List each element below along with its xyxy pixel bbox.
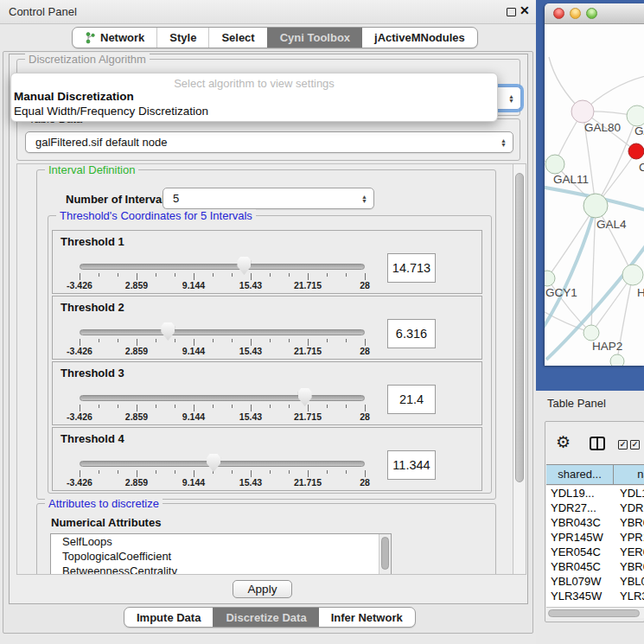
network-window-titlebar[interactable] — [545, 3, 644, 24]
slider-track[interactable] — [80, 329, 365, 335]
network-node-h-cut[interactable] — [622, 265, 643, 285]
network-canvas[interactable]: GAL80GACGAL11GAL4GCY1HHAP2 — [545, 24, 644, 366]
checkbox-checked-icon[interactable]: ✓ — [618, 440, 628, 450]
tick-mark — [251, 405, 252, 411]
table-horizontal-scrollbar[interactable] — [546, 607, 644, 618]
slider-thumb[interactable] — [161, 322, 175, 341]
tab-cyni-toolbox[interactable]: Cyni Toolbox — [267, 28, 362, 48]
tick-label: 2.859 — [125, 280, 148, 290]
float-window-icon[interactable] — [507, 8, 516, 16]
tab-jactivemnodules[interactable]: jActiveMNodules — [362, 28, 477, 48]
threshold-value-field[interactable]: 6.316 — [387, 319, 436, 348]
tick-mark — [80, 339, 80, 346]
dropdown-option-equal-width-frequency[interactable]: Equal Width/Frequency Discretization — [11, 104, 497, 118]
table-row[interactable]: YBL079WYBL0 — [546, 574, 644, 589]
checkbox-checked-icon[interactable]: ✓ — [630, 440, 640, 450]
tab-label: Select — [221, 31, 254, 44]
tab-impute-data[interactable]: Impute Data — [124, 608, 213, 627]
thresholds-group: Threshold's Coordinates for 5 Intervals … — [48, 215, 492, 494]
table-row[interactable]: YPR145WYPR1 — [546, 530, 644, 545]
network-node-gal11[interactable] — [545, 155, 564, 174]
numerical-attributes-list[interactable]: SelfLoopsTopologicalCoefficientBetweenne… — [50, 533, 392, 575]
slider-thumb[interactable] — [207, 454, 220, 472]
tick-mark — [251, 273, 252, 280]
close-traffic-light-icon[interactable] — [553, 8, 564, 19]
network-node-gcy1[interactable] — [545, 271, 555, 286]
tick-mark — [80, 470, 80, 477]
network-node-gal-cut[interactable] — [627, 105, 644, 126]
table-row[interactable]: YBR045CYBR0 — [546, 559, 644, 574]
settings-scrollbar-thumb[interactable] — [515, 173, 524, 482]
table-row[interactable]: YER054CYER0 — [546, 545, 644, 559]
slider-track[interactable] — [80, 395, 365, 401]
tab-infer-network[interactable]: Infer Network — [319, 608, 415, 627]
settings-scroll-area: Interval Definition Number of Intervals … — [16, 163, 526, 575]
table-hscrollbar-thumb[interactable] — [548, 609, 640, 617]
table-row[interactable]: YDL19...YDL1 — [546, 486, 644, 501]
threshold-panel: Threshold 2 -3.4262.8599.14415.4321.7152… — [52, 296, 482, 360]
attribute-item-betweennesscentrality[interactable]: BetweennessCentrality — [51, 564, 391, 575]
node-label-gcy1: GCY1 — [545, 286, 577, 299]
cell-shared-name: YDR27... — [546, 501, 614, 515]
attributes-scrollbar[interactable] — [379, 534, 391, 575]
tick-mark — [308, 339, 309, 346]
threshold-value-field[interactable]: 11.344 — [387, 450, 436, 480]
tab-select[interactable]: Select — [208, 28, 266, 48]
tick-mark — [251, 339, 252, 346]
algorithm-dropdown-popup: Select algorithm to view settings Manual… — [10, 73, 498, 122]
network-node-hap2[interactable] — [583, 325, 599, 341]
attribute-item-topologicalcoefficient[interactable]: TopologicalCoefficient — [51, 549, 391, 564]
tick-label: 21.715 — [294, 411, 322, 422]
tick-mark — [194, 339, 194, 346]
tick-mark — [137, 339, 137, 346]
tick-mark — [194, 273, 194, 280]
table-data-combobox[interactable]: galFiltered.sif default node ▲▼ — [25, 131, 513, 153]
slider-tick-labels: -3.4262.8599.14415.4321.71528 — [80, 346, 365, 356]
cell-shared-name: YER054C — [546, 545, 614, 559]
minimize-traffic-light-icon[interactable] — [570, 8, 581, 19]
tick-label: -3.426 — [67, 346, 92, 356]
tab-discretize-data[interactable]: Discretize Data — [213, 608, 318, 627]
network-node-gal4[interactable] — [583, 194, 608, 218]
zoom-traffic-light-icon[interactable] — [586, 8, 597, 19]
tick-mark — [308, 470, 309, 477]
table-data-value: galFiltered.sif default node — [35, 136, 167, 149]
slider-track[interactable] — [80, 461, 365, 467]
column-header-shared[interactable]: shared... — [546, 465, 614, 484]
tab-network[interactable]: Network — [73, 28, 156, 48]
slider-thumb[interactable] — [237, 257, 251, 275]
cell-name: YER0 — [614, 545, 644, 559]
slider-track[interactable] — [80, 264, 365, 270]
network-node-gal80[interactable] — [571, 100, 594, 123]
columns-icon[interactable] — [590, 437, 605, 450]
tick-label: 15.43 — [239, 346, 262, 356]
tab-label: Impute Data — [137, 611, 201, 624]
attribute-item-selfloops[interactable]: SelfLoops — [51, 534, 391, 549]
column-header-name[interactable]: name — [614, 465, 644, 484]
cell-shared-name: YPR145W — [546, 530, 614, 545]
number-of-intervals-combobox[interactable]: 5 ▲▼ — [163, 188, 374, 209]
tick-label: 21.715 — [294, 477, 322, 488]
network-node-red-node[interactable] — [628, 143, 644, 159]
network-node-bottom-partial[interactable] — [610, 354, 624, 366]
close-icon[interactable]: ✕ — [520, 3, 530, 17]
threshold-value-field[interactable]: 21.4 — [387, 385, 436, 414]
table-row[interactable]: YBR043CYBR0 — [546, 515, 644, 530]
table-row[interactable]: YLR345WYLR3 — [546, 589, 644, 603]
tick-mark — [99, 273, 99, 277]
threshold-panel: Threshold 3 -3.4262.8599.14415.4321.7152… — [52, 361, 482, 425]
tick-mark — [270, 339, 271, 342]
table-row[interactable]: YDR27...YDR2 — [546, 501, 644, 515]
attributes-scrollbar-thumb[interactable] — [381, 537, 389, 570]
apply-button[interactable]: Apply — [233, 580, 292, 598]
settings-vertical-scrollbar[interactable] — [513, 164, 526, 574]
tick-label: 28 — [360, 346, 370, 356]
gear-icon[interactable]: ⚙ — [556, 434, 571, 450]
table-panel-box: ⚙ ✓ ✓ shared... name YDL19...YDL1YDR27..… — [545, 421, 644, 622]
slider-thumb[interactable] — [298, 388, 312, 406]
tab-style[interactable]: Style — [156, 28, 208, 48]
threshold-value-field[interactable]: 14.713 — [387, 253, 436, 283]
dropdown-option-manual-discretization[interactable]: Manual Discretization — [11, 89, 497, 104]
node-label-gal-cut: GA — [634, 124, 644, 137]
tick-label: 9.144 — [182, 477, 205, 488]
